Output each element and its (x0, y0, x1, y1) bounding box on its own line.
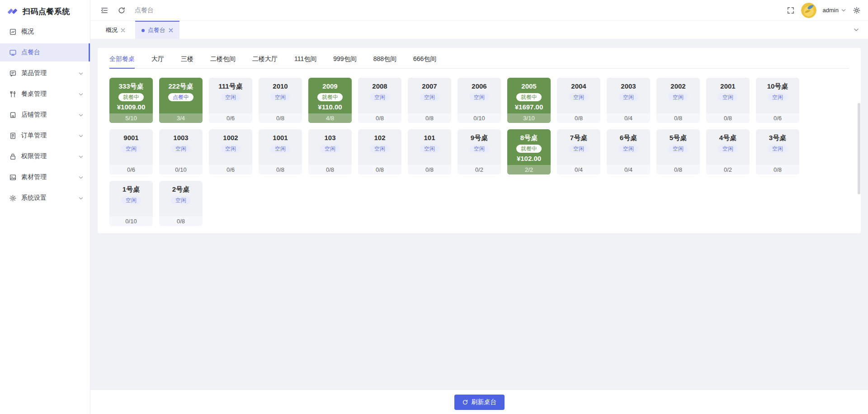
table-occupancy: 0/8 (656, 165, 700, 174)
refresh-tables-button[interactable]: 刷新桌台 (454, 395, 505, 410)
table-card[interactable]: 101 空闲 0/8 (408, 129, 451, 174)
topbar-left: 点餐台 (90, 6, 154, 14)
category-tab[interactable]: 大厅 (151, 50, 164, 68)
table-occupancy: 0/8 (259, 113, 302, 123)
table-card[interactable]: 4号桌 空闲 0/2 (706, 129, 750, 174)
table-status-badge: 空闲 (420, 93, 439, 101)
table-card[interactable]: 2号桌 空闲 0/8 (159, 181, 203, 226)
table-occupancy: 0/4 (607, 113, 650, 123)
table-card[interactable]: 9001 空闲 0/6 (109, 129, 153, 174)
table-card[interactable]: 8号桌 就餐中 ¥102.00 2/2 (507, 129, 551, 174)
table-card[interactable]: 1002 空闲 0/6 (209, 129, 252, 174)
table-card[interactable]: 2010 空闲 0/8 (259, 78, 302, 123)
table-card[interactable]: 10号桌 空闲 0/6 (756, 78, 799, 123)
sidebar-item[interactable]: 菜品管理 (0, 64, 90, 82)
settings-gear-icon[interactable] (853, 6, 861, 14)
category-tab[interactable]: 三楼 (181, 50, 193, 68)
table-status-badge: 空闲 (121, 196, 141, 204)
breadcrumb: 点餐台 (135, 6, 154, 14)
refresh-icon[interactable] (118, 6, 126, 14)
table-occupancy: 0/8 (408, 113, 451, 123)
close-icon[interactable] (169, 28, 173, 33)
table-card-body: 6号桌 空闲 (607, 129, 650, 165)
table-card[interactable]: 2005 就餐中 ¥1697.00 3/10 (507, 78, 551, 123)
table-status-badge: 空闲 (370, 93, 390, 101)
assets-icon (9, 174, 17, 181)
table-card[interactable]: 2004 空闲 0/8 (557, 78, 600, 123)
sidebar-item-label: 系统设置 (21, 194, 74, 202)
table-card[interactable]: 222号桌 点餐中 3/4 (159, 78, 203, 123)
sidebar-item[interactable]: 点餐台 (0, 43, 90, 61)
table-card[interactable]: 1003 空闲 0/10 (159, 129, 203, 174)
table-card[interactable]: 111号桌 空闲 0/6 (209, 78, 252, 123)
table-card[interactable]: 3号桌 空闲 0/8 (756, 129, 799, 174)
category-tab[interactable]: 二楼大厅 (252, 50, 278, 68)
table-card[interactable]: 1号桌 空闲 0/10 (109, 181, 153, 226)
table-card[interactable]: 2003 空闲 0/4 (607, 78, 650, 123)
scrollbar-thumb[interactable] (858, 103, 860, 194)
sidebar-item-label: 订单管理 (21, 132, 74, 140)
app-root: 扫码点餐系统 概况 点餐台 菜品管理 (0, 0, 868, 414)
fullscreen-icon[interactable] (787, 6, 795, 14)
category-tab[interactable]: 888包间 (373, 50, 396, 68)
username: admin (823, 7, 839, 14)
table-card-body: 10号桌 空闲 (756, 78, 799, 113)
table-occupancy: 0/8 (308, 165, 352, 174)
page-tab[interactable]: 点餐台 (135, 21, 179, 39)
table-status-badge: 空闲 (171, 196, 191, 204)
table-card-body: 1号桌 空闲 (109, 181, 153, 216)
category-tab[interactable]: 全部餐桌 (109, 50, 135, 68)
table-name: 2006 (472, 82, 486, 91)
table-occupancy: 0/6 (209, 165, 252, 174)
table-card[interactable]: 103 空闲 0/8 (308, 129, 352, 174)
sidebar-item-label: 菜品管理 (21, 69, 74, 77)
table-occupancy: 0/8 (259, 165, 302, 174)
table-card[interactable]: 2008 空闲 0/8 (358, 78, 401, 123)
table-name: 2005 (521, 82, 536, 91)
category-tab[interactable]: 999包间 (333, 50, 356, 68)
sidebar-item[interactable]: 店铺管理 (0, 106, 90, 124)
category-tab[interactable]: 666包间 (413, 50, 436, 68)
table-occupancy: 0/8 (408, 165, 451, 174)
sidebar-item[interactable]: 概况 (0, 23, 90, 41)
table-card[interactable]: 5号桌 空闲 0/8 (656, 129, 700, 174)
table-card-body: 2003 空闲 (607, 78, 650, 113)
table-occupancy: 0/8 (358, 165, 401, 174)
category-tab[interactable]: 二楼包间 (210, 50, 236, 68)
chevron-down-icon (78, 154, 84, 159)
close-icon[interactable] (121, 28, 125, 33)
table-card[interactable]: 2002 空闲 0/8 (656, 78, 700, 123)
table-status-badge: 就餐中 (516, 145, 542, 153)
table-status-badge: 点餐中 (168, 93, 193, 101)
table-card-body: 2007 空闲 (408, 78, 451, 113)
table-card[interactable]: 7号桌 空闲 0/4 (557, 129, 600, 174)
collapse-menu-icon[interactable] (100, 6, 108, 14)
sidebar-item[interactable]: 餐桌管理 (0, 85, 90, 103)
table-card[interactable]: 9号桌 空闲 0/2 (458, 129, 501, 174)
tab-options-dropdown[interactable] (850, 21, 863, 39)
table-card[interactable]: 2009 就餐中 ¥110.00 4/8 (308, 78, 352, 123)
page-tab[interactable]: 概况 (99, 21, 132, 39)
avatar[interactable] (801, 3, 816, 18)
table-card[interactable]: 2001 空闲 0/8 (706, 78, 750, 123)
table-card[interactable]: 333号桌 就餐中 ¥1009.00 5/10 (109, 78, 153, 123)
table-card[interactable]: 2007 空闲 0/8 (408, 78, 451, 123)
table-name: 101 (424, 133, 435, 142)
user-menu[interactable]: admin (823, 7, 846, 14)
table-card[interactable]: 2006 空闲 0/10 (458, 78, 501, 123)
table-status-badge: 空闲 (718, 93, 738, 101)
sidebar-item[interactable]: 系统设置 (0, 189, 90, 207)
table-card[interactable]: 1001 空闲 0/8 (259, 129, 302, 174)
sidebar-item[interactable]: 权限管理 (0, 147, 90, 165)
sidebar-item-label: 餐桌管理 (21, 90, 74, 98)
table-amount: ¥110.00 (318, 103, 342, 111)
table-card[interactable]: 102 空闲 0/8 (358, 129, 401, 174)
sidebar-item[interactable]: 订单管理 (0, 127, 90, 145)
table-name: 2008 (372, 82, 387, 91)
table-card[interactable]: 6号桌 空闲 0/4 (607, 129, 650, 174)
table-occupancy: 0/2 (706, 165, 750, 174)
table-status-badge: 空闲 (569, 93, 589, 101)
category-tab[interactable]: 111包间 (294, 50, 316, 68)
content-area: 全部餐桌 大厅 三楼 二楼包间 (90, 39, 868, 390)
sidebar-item[interactable]: 素材管理 (0, 168, 90, 186)
